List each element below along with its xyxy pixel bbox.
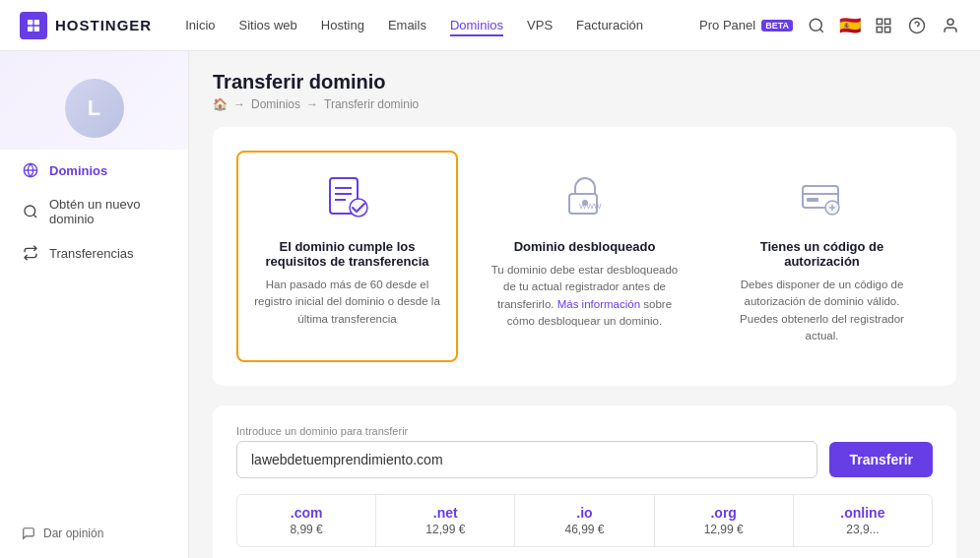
svg-point-12 bbox=[947, 19, 953, 25]
nav-inicio[interactable]: Inicio bbox=[185, 14, 215, 36]
globe-icon bbox=[22, 161, 39, 179]
svg-rect-7 bbox=[885, 19, 890, 24]
svg-point-24 bbox=[582, 200, 588, 206]
card-requisito-title: El dominio cumple los requisitos de tran… bbox=[250, 239, 444, 269]
sidebar-transferencias-label: Transferencias bbox=[49, 246, 134, 261]
card-auth-icon bbox=[793, 168, 852, 227]
nav-facturacion[interactable]: Facturación bbox=[576, 14, 643, 36]
svg-rect-8 bbox=[877, 27, 882, 31]
sidebar-bottom: Dar opinión bbox=[12, 521, 176, 546]
logo-icon bbox=[20, 12, 47, 39]
domain-input[interactable] bbox=[236, 441, 817, 478]
input-label: Introduce un dominio para transferir bbox=[236, 425, 933, 437]
user-icon[interactable] bbox=[941, 16, 960, 35]
mas-informacion-link[interactable]: Más información bbox=[557, 298, 640, 310]
nav-sitios-web[interactable]: Sitios web bbox=[239, 14, 297, 36]
sidebar-item-nuevo-dominio[interactable]: Obtén un nuevo dominio bbox=[12, 189, 176, 234]
card-doc-icon bbox=[318, 168, 377, 227]
sidebar-nuevo-dominio-label: Obtén un nuevo dominio bbox=[49, 197, 166, 226]
search-small-icon bbox=[22, 203, 39, 220]
svg-rect-3 bbox=[34, 26, 39, 31]
sidebar-dominios-label: Dominios bbox=[49, 163, 107, 178]
search-icon[interactable] bbox=[807, 16, 826, 35]
svg-line-5 bbox=[819, 29, 822, 31]
card-desbloqueado: WWW Dominio desbloqueado Tu dominio debe… bbox=[474, 151, 695, 362]
pro-panel[interactable]: Pro Panel BETA bbox=[699, 18, 793, 32]
breadcrumb-sep2: → bbox=[306, 97, 318, 111]
price-row: .com 8,99 € .net 12,99 € .io 46,99 € .or… bbox=[236, 494, 933, 547]
card-requisito: El dominio cumple los requisitos de tran… bbox=[236, 151, 458, 362]
nav-vps[interactable]: VPS bbox=[527, 14, 553, 36]
card-lock-icon: WWW bbox=[555, 168, 615, 227]
avatar: L bbox=[65, 79, 124, 138]
svg-rect-1 bbox=[34, 20, 39, 25]
give-opinion-label: Dar opinión bbox=[43, 527, 103, 540]
svg-point-4 bbox=[810, 19, 821, 31]
svg-rect-2 bbox=[28, 26, 33, 31]
card-desbloqueado-desc: Tu dominio debe estar desbloqueado de tu… bbox=[488, 262, 682, 330]
svg-point-15 bbox=[25, 206, 35, 217]
card-requisito-desc: Han pasado más de 60 desde el registro i… bbox=[250, 277, 444, 328]
beta-badge: BETA bbox=[761, 20, 793, 31]
sidebar-item-transferencias[interactable]: Transferencias bbox=[12, 236, 176, 270]
price-net: .net 12,99 € bbox=[376, 495, 515, 546]
breadcrumb-home-icon[interactable]: 🏠 bbox=[213, 97, 228, 111]
svg-rect-6 bbox=[877, 19, 882, 24]
svg-rect-0 bbox=[28, 20, 33, 25]
info-cards: El dominio cumple los requisitos de tran… bbox=[213, 127, 956, 386]
breadcrumb-current: Transferir dominio bbox=[324, 97, 419, 111]
breadcrumb-sep1: → bbox=[233, 97, 245, 111]
flag-icon[interactable]: 🇪🇸 bbox=[840, 16, 860, 35]
page-title: Transferir dominio bbox=[213, 71, 386, 93]
breadcrumb: 🏠 → Dominios → Transferir dominio bbox=[213, 97, 956, 111]
windows-icon[interactable] bbox=[874, 16, 893, 35]
transfer-icon bbox=[22, 244, 39, 262]
sidebar: L Dominios Obtén un nuevo dominio Transf… bbox=[0, 51, 189, 558]
logo[interactable]: HOSTINGER bbox=[20, 12, 152, 39]
card-autorizacion: Tienes un código de autorización Debes d… bbox=[711, 151, 933, 362]
sidebar-item-dominios[interactable]: Dominios bbox=[12, 154, 176, 187]
price-io: .io 46,99 € bbox=[515, 495, 654, 546]
nav-hosting[interactable]: Hosting bbox=[321, 14, 364, 36]
svg-rect-9 bbox=[885, 27, 890, 31]
card-autorizacion-desc: Debes disponer de un código de autorizac… bbox=[725, 277, 919, 344]
svg-line-16 bbox=[33, 215, 36, 217]
nav-dominios[interactable]: Dominios bbox=[450, 14, 503, 36]
input-row: Transferir bbox=[236, 441, 933, 478]
card-desbloqueado-title: Dominio desbloqueado bbox=[514, 239, 656, 254]
price-com: .com 8,99 € bbox=[237, 495, 376, 546]
nav-right: Pro Panel BETA 🇪🇸 bbox=[699, 16, 960, 35]
price-online: .online 23,9... bbox=[794, 495, 932, 546]
transfer-section: Introduce un dominio para transferir Tra… bbox=[213, 405, 956, 558]
give-opinion-button[interactable]: Dar opinión bbox=[12, 521, 176, 546]
price-org: .org 12,99 € bbox=[655, 495, 794, 546]
nav-emails[interactable]: Emails bbox=[388, 14, 426, 36]
card-autorizacion-title: Tienes un código de autorización bbox=[725, 239, 919, 269]
help-icon[interactable] bbox=[907, 16, 927, 35]
top-nav: HOSTINGER Inicio Sitios web Hosting Emai… bbox=[0, 0, 980, 51]
page-layout: L Dominios Obtén un nuevo dominio Transf… bbox=[0, 51, 980, 558]
transfer-button[interactable]: Transferir bbox=[829, 442, 933, 477]
breadcrumb-dominios[interactable]: Dominios bbox=[251, 97, 300, 111]
sidebar-menu: Dominios Obtén un nuevo dominio Transfer… bbox=[0, 154, 188, 270]
main-content: Transferir dominio 🏠 → Dominios → Transf… bbox=[189, 51, 980, 558]
avatar-area: L bbox=[0, 67, 188, 154]
brand-name: HOSTINGER bbox=[55, 17, 152, 33]
svg-rect-27 bbox=[807, 198, 818, 202]
